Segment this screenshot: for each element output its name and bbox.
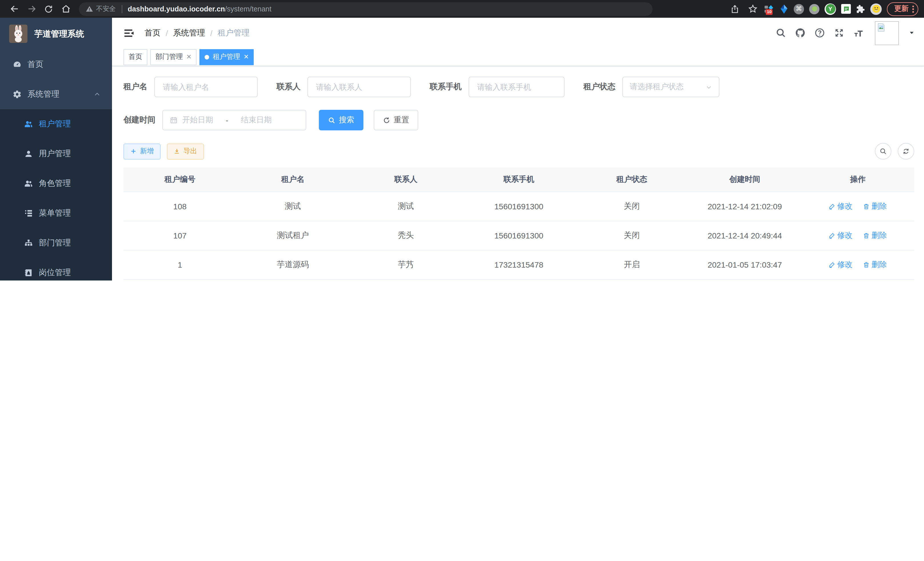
toggle-search-button[interactable] (875, 143, 891, 159)
refresh-icon (383, 116, 390, 124)
chevron-up-icon (94, 91, 100, 98)
kebab-menu-icon[interactable] (912, 5, 914, 13)
add-button[interactable]: 新增 (123, 143, 160, 159)
app-logo[interactable]: 芋道管理系统 (0, 18, 112, 50)
breadcrumb-current: 租户管理 (218, 28, 250, 38)
back-icon[interactable] (6, 2, 23, 16)
extension-chat-icon[interactable] (841, 4, 851, 14)
col-actions: 操作 (801, 168, 914, 192)
bookmark-star-icon[interactable] (746, 2, 759, 16)
sidebar-fold-icon[interactable] (123, 27, 135, 39)
broken-image-icon (877, 23, 886, 32)
close-icon[interactable]: ✕ (243, 53, 249, 61)
help-icon[interactable] (814, 27, 825, 38)
app-title: 芋道管理系统 (34, 28, 84, 39)
sidebar-item-posts[interactable]: 岗位管理 (0, 258, 112, 281)
sidebar-item-menus[interactable]: 菜单管理 (0, 199, 112, 228)
forward-icon[interactable] (23, 2, 40, 16)
date-end-placeholder: 结束日期 (241, 115, 272, 125)
date-start-placeholder: 开始日期 (182, 115, 213, 125)
trash-icon (863, 232, 870, 239)
page-url: dashboard.yudao.iocoder.cn/system/tenant (128, 5, 272, 13)
extension-y-icon[interactable]: Y (825, 3, 836, 15)
tags-view-bar: 首页 部门管理✕ 租户管理✕ (112, 48, 924, 66)
edit-pencil-icon (829, 203, 836, 210)
close-icon[interactable]: ✕ (186, 53, 191, 61)
date-range-picker[interactable]: 开始日期 - 结束日期 (162, 110, 306, 130)
sidebar-item-home[interactable]: 首页 (0, 50, 112, 80)
security-warning[interactable]: 不安全 (86, 5, 116, 13)
profile-avatar-icon[interactable] (870, 3, 882, 15)
browser-toolbar: 不安全 dashboard.yudao.iocoder.cn/system/te… (0, 0, 924, 18)
trash-icon (863, 203, 870, 210)
menu-tree-icon (24, 209, 33, 218)
search-icon (879, 147, 887, 155)
fullscreen-icon[interactable] (834, 27, 844, 38)
gear-icon (13, 90, 22, 99)
sidebar-item-users[interactable]: 用户管理 (0, 139, 112, 169)
status-select[interactable]: 请选择租户状态 (622, 77, 719, 97)
extension-kite-icon[interactable] (779, 4, 789, 14)
active-dot (205, 55, 209, 59)
contact-label: 联系人 (277, 82, 301, 92)
delete-link[interactable]: 删除 (863, 201, 887, 212)
extension-recorder-icon[interactable] (809, 4, 819, 14)
select-caret-icon (706, 84, 712, 90)
font-size-icon[interactable] (853, 27, 864, 38)
tenant-name-input[interactable] (154, 77, 258, 97)
tag-home[interactable]: 首页 (123, 49, 147, 65)
url-bar[interactable]: 不安全 dashboard.yudao.iocoder.cn/system/te… (79, 2, 652, 16)
table-row: 1 芋道源码 芋艿 17321315478 开启 2021-01-05 17:0… (123, 250, 914, 279)
delete-link[interactable]: 删除 (863, 230, 887, 241)
extension-tasks-icon[interactable]: 10 (764, 4, 774, 14)
breadcrumb: 首页 / 系统管理 / 租户管理 (145, 28, 250, 38)
edit-pencil-icon (829, 261, 836, 268)
sidebar-item-tenant[interactable]: 租户管理 (0, 109, 112, 139)
create-time-label: 创建时间 (123, 115, 155, 125)
extension-badge: 10 (766, 9, 773, 15)
col-tenant-id: 租户编号 (123, 168, 236, 192)
user-avatar[interactable] (875, 21, 899, 45)
header-search-icon[interactable] (776, 27, 786, 38)
user-icon (24, 149, 33, 158)
edit-link[interactable]: 修改 (829, 260, 853, 270)
edit-link[interactable]: 修改 (829, 201, 853, 212)
edit-link[interactable]: 修改 (829, 230, 853, 241)
page-content: 租户名 联系人 联系手机 (112, 66, 924, 281)
table-row: 107 测试租户 秃头 15601691300 关闭 2021-12-14 20… (123, 221, 914, 250)
omnibox-divider (122, 5, 122, 13)
tag-dept[interactable]: 部门管理✕ (150, 49, 196, 65)
sidebar-item-system[interactable]: 系统管理 (0, 80, 112, 109)
download-icon (174, 148, 180, 154)
breadcrumb-parent[interactable]: 系统管理 (173, 28, 205, 38)
extensions-puzzle-icon[interactable] (856, 4, 865, 14)
col-created: 创建时间 (688, 168, 801, 192)
plus-icon (130, 148, 136, 154)
contact-input[interactable] (308, 77, 411, 97)
github-icon[interactable] (795, 27, 806, 38)
breadcrumb-home[interactable]: 首页 (145, 28, 160, 38)
col-mobile: 联系手机 (462, 168, 575, 192)
col-tenant-name: 租户名 (236, 168, 349, 192)
chrome-update-button[interactable]: 更新 (887, 2, 918, 16)
screen: 不安全 dashboard.yudao.iocoder.cn/system/te… (0, 0, 924, 281)
mobile-label: 联系手机 (430, 82, 462, 92)
export-button[interactable]: 导出 (167, 143, 204, 159)
tag-tenant[interactable]: 租户管理✕ (200, 49, 254, 65)
tenants-icon (24, 120, 33, 129)
reload-icon[interactable] (40, 2, 57, 16)
tenant-table: 租户编号 租户名 联系人 联系手机 租户状态 创建时间 操作 108 测试 (123, 168, 914, 280)
sidebar-item-roles[interactable]: 角色管理 (0, 169, 112, 199)
sidebar-item-departments[interactable]: 部门管理 (0, 228, 112, 258)
extension-command-icon[interactable]: ⌘ (794, 4, 804, 14)
share-icon[interactable] (729, 2, 741, 16)
status-label: 租户状态 (584, 82, 615, 92)
avatar-caret-icon[interactable] (909, 30, 915, 36)
header-bar: 首页 / 系统管理 / 租户管理 (112, 18, 924, 48)
mobile-input[interactable] (469, 77, 565, 97)
refresh-table-button[interactable] (898, 143, 914, 159)
reset-button[interactable]: 重置 (374, 110, 418, 130)
search-button[interactable]: 搜索 (319, 110, 363, 130)
delete-link[interactable]: 删除 (863, 260, 887, 270)
home-icon[interactable] (57, 2, 74, 16)
